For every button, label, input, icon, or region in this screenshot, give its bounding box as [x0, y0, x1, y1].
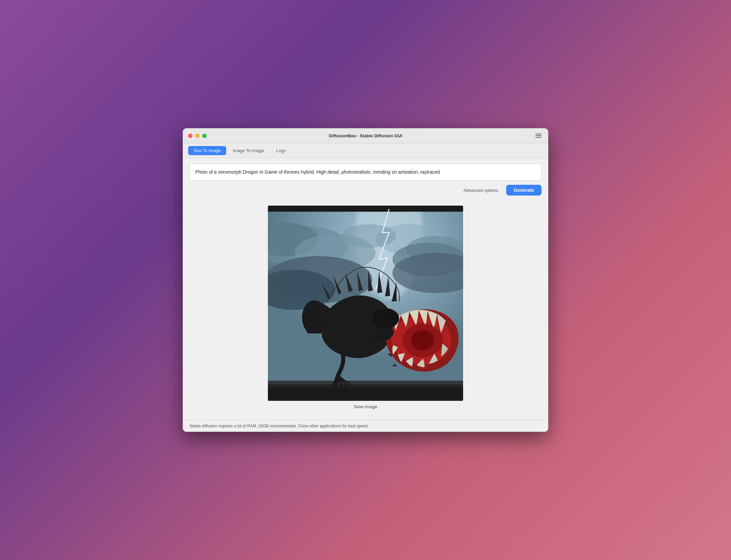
maximize-button[interactable]: [202, 134, 207, 138]
generated-image: [268, 206, 463, 401]
status-bar: Stable diffusion requires a lot of RAM. …: [183, 420, 548, 432]
menu-icon[interactable]: [534, 132, 543, 139]
tab-image-to-image[interactable]: Image To Image: [228, 146, 270, 155]
traffic-lights: [188, 134, 207, 138]
minimize-button[interactable]: [195, 134, 200, 138]
app-window: DiffusionBee - Stable Diffusion GUI Text…: [183, 128, 548, 432]
controls-row: Advanced options Generate: [189, 185, 542, 196]
advanced-options-button[interactable]: Advanced options: [461, 186, 501, 194]
image-svg: [268, 206, 463, 401]
generate-button[interactable]: Generate: [506, 185, 542, 196]
window-title: DiffusionBee - Stable Diffusion GUI: [329, 133, 402, 138]
tab-logs[interactable]: Logs: [271, 146, 291, 155]
prompt-text: Photo of a xenomorph Drogon in Game of t…: [195, 169, 440, 175]
close-button[interactable]: [188, 134, 193, 138]
svg-point-16: [411, 330, 434, 350]
tabs-bar: Text To Image Image To Image Logs: [183, 143, 548, 158]
content-area: Photo of a xenomorph Drogon in Game of t…: [183, 158, 548, 420]
svg-point-20: [382, 316, 383, 317]
svg-point-17: [372, 308, 399, 328]
prompt-input[interactable]: Photo of a xenomorph Drogon in Game of t…: [189, 164, 542, 181]
image-section: Save Image: [189, 202, 542, 415]
status-text: Stable diffusion requires a lot of RAM. …: [189, 424, 369, 428]
save-image-label[interactable]: Save Image: [354, 404, 377, 409]
svg-rect-2: [268, 206, 463, 212]
tab-text-to-image[interactable]: Text To Image: [188, 146, 226, 155]
titlebar: DiffusionBee - Stable Diffusion GUI: [183, 128, 548, 143]
svg-rect-14: [268, 381, 463, 387]
svg-point-19: [380, 315, 383, 318]
